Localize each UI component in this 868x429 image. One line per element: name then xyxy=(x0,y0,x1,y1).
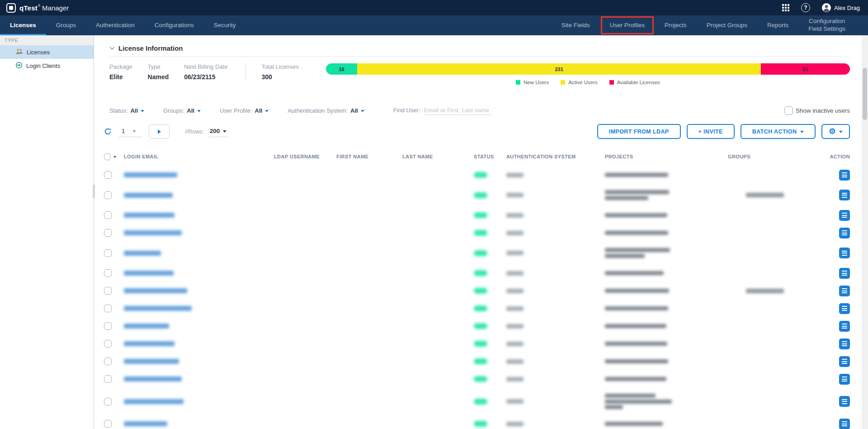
tab-site-fields[interactable]: Site Fields xyxy=(552,15,600,35)
tab-project-groups[interactable]: Project Groups xyxy=(697,15,757,35)
row-action-menu-button[interactable] xyxy=(839,170,850,181)
row-action-menu-button[interactable] xyxy=(839,286,850,296)
row-checkbox[interactable] xyxy=(104,269,112,277)
authentication-system-cell xyxy=(506,193,605,197)
tab-projects[interactable]: Projects xyxy=(655,15,697,35)
row-checkbox[interactable] xyxy=(104,191,112,199)
row-action-menu-button[interactable] xyxy=(839,338,850,349)
chevron-down-icon[interactable] xyxy=(109,47,115,50)
row-action-menu-button[interactable] xyxy=(839,248,850,258)
row-action-menu-button[interactable] xyxy=(839,356,850,367)
redacted-login-email[interactable] xyxy=(124,172,177,177)
row-checkbox[interactable] xyxy=(104,229,112,237)
import-from-ldap-button[interactable]: IMPORT FROM LDAP xyxy=(597,124,681,139)
license-information-panel: License Information PackageEliteTypeName… xyxy=(104,44,850,85)
row-checkbox[interactable] xyxy=(104,249,112,257)
apps-grid-icon[interactable] xyxy=(782,4,789,11)
row-action-menu-button[interactable] xyxy=(839,268,850,279)
invite-button[interactable]: + INVITE xyxy=(687,124,735,139)
redacted-login-email[interactable] xyxy=(124,288,187,293)
row-action-menu-button[interactable] xyxy=(839,396,850,407)
redacted-login-email[interactable] xyxy=(124,230,182,235)
field-value: 300 xyxy=(261,73,298,81)
authentication-system-cell xyxy=(506,399,605,404)
projects-cell xyxy=(605,247,728,260)
settings-gear-button[interactable]: ⚙ xyxy=(821,124,850,139)
chevron-down-icon[interactable] xyxy=(113,156,116,158)
row-checkbox[interactable] xyxy=(104,322,112,330)
table-row xyxy=(104,388,850,415)
select-all-checkbox[interactable] xyxy=(104,153,111,160)
user-name: Alex Drag xyxy=(834,5,860,11)
tab-reports[interactable]: Reports xyxy=(757,15,798,35)
legend-item-new-users: New Users xyxy=(516,80,549,85)
user-menu[interactable]: Alex Drag xyxy=(822,3,860,12)
redacted-login-email[interactable] xyxy=(124,341,175,346)
avatar-icon xyxy=(822,3,831,12)
filter-groups[interactable]: Groups:All xyxy=(163,107,201,114)
row-action-menu-button[interactable] xyxy=(839,374,850,385)
vertical-scrollbar[interactable] xyxy=(862,35,868,429)
row-checkbox[interactable] xyxy=(104,398,112,405)
redacted-project xyxy=(605,377,666,381)
menu-lines-icon xyxy=(842,359,847,360)
tab-licenses[interactable]: Licenses xyxy=(0,15,46,35)
row-checkbox[interactable] xyxy=(104,375,112,383)
tab-groups[interactable]: Groups xyxy=(46,15,86,35)
redacted-login-email[interactable] xyxy=(124,213,175,218)
redacted-login-email[interactable] xyxy=(124,377,182,381)
row-checkbox[interactable] xyxy=(104,211,112,219)
row-action-menu-button[interactable] xyxy=(839,303,850,314)
table-row xyxy=(104,415,850,429)
row-checkbox[interactable] xyxy=(104,340,112,348)
redacted-login-email[interactable] xyxy=(124,251,161,256)
row-action-menu-button[interactable] xyxy=(839,190,850,200)
tab-security[interactable]: Security xyxy=(204,15,246,35)
redacted-login-email[interactable] xyxy=(124,359,179,364)
sidebar-item-login-clients[interactable]: Login Clients xyxy=(0,59,94,72)
refresh-icon[interactable] xyxy=(104,128,112,135)
sidebar-splitter-handle[interactable] xyxy=(93,185,95,198)
login-clients-icon xyxy=(15,62,23,70)
row-action-menu-button[interactable] xyxy=(839,228,850,238)
show-inactive-checkbox[interactable] xyxy=(784,106,793,115)
tab-configuration-field-settings[interactable]: ConfigurationField Settings xyxy=(798,15,855,35)
find-user-input[interactable] xyxy=(424,106,492,115)
row-action-menu-button[interactable] xyxy=(839,419,850,429)
row-action-menu-button[interactable] xyxy=(839,210,850,221)
sidebar-item-licenses[interactable]: Licenses xyxy=(0,45,94,59)
license-usage-bar: 1823151 xyxy=(326,63,850,75)
tab-configurations[interactable]: Configurations xyxy=(145,15,204,35)
row-checkbox[interactable] xyxy=(104,305,112,312)
redacted-login-email[interactable] xyxy=(124,306,192,311)
redacted-login-email[interactable] xyxy=(124,421,167,426)
menu-lines-icon xyxy=(842,195,847,195)
menu-lines-icon xyxy=(842,292,847,293)
row-action-menu-button[interactable] xyxy=(839,321,850,332)
redacted-status-badge xyxy=(474,172,487,178)
filter-status[interactable]: Status:All xyxy=(109,107,144,114)
help-icon[interactable]: ? xyxy=(801,3,810,12)
tab-authentication[interactable]: Authentication xyxy=(86,15,145,35)
rows-per-page-select[interactable]: 200 xyxy=(208,126,228,137)
redacted-login-email[interactable] xyxy=(124,271,174,276)
next-page-button[interactable] xyxy=(149,124,170,138)
redacted-login-email[interactable] xyxy=(124,324,169,329)
filter-user-profile[interactable]: User Profile:All xyxy=(220,107,269,114)
row-checkbox[interactable] xyxy=(104,358,112,365)
row-checkbox[interactable] xyxy=(104,171,112,179)
batch-action-button[interactable]: BATCH ACTION xyxy=(741,124,816,139)
filter-authentication-system[interactable]: Authentication System:All xyxy=(288,107,364,114)
redacted-login-email[interactable] xyxy=(124,399,184,404)
action-cell xyxy=(825,268,850,279)
row-select-cell xyxy=(104,269,124,277)
scrollbar-thumb[interactable] xyxy=(863,68,867,120)
row-checkbox[interactable] xyxy=(104,420,112,428)
tab-user-profiles[interactable]: User Profiles xyxy=(600,15,655,35)
filter-bar: Status:AllGroups:AllUser Profile:AllAuth… xyxy=(104,106,850,115)
show-inactive-users-toggle[interactable]: Show inactive users xyxy=(784,106,850,115)
redacted-login-email[interactable] xyxy=(124,193,173,198)
chevron-down-icon xyxy=(361,110,364,112)
row-checkbox[interactable] xyxy=(104,287,112,295)
page-number-select[interactable]: 1 xyxy=(119,126,142,137)
